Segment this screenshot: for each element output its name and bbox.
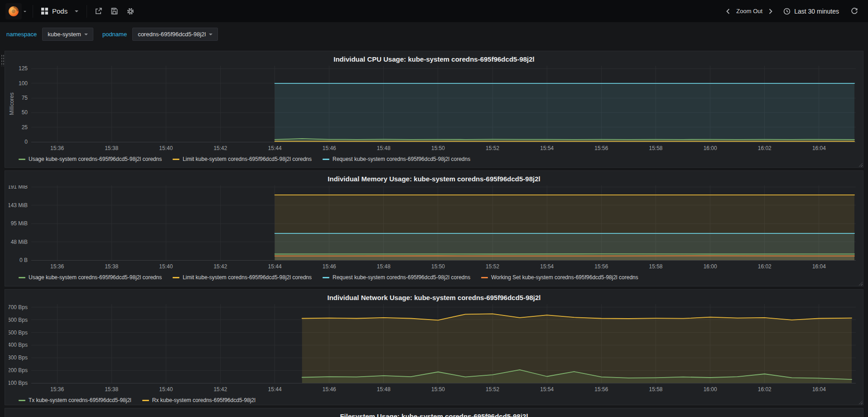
grafana-logo-icon [5, 3, 22, 19]
save-button[interactable] [106, 5, 122, 18]
panel-individual-memory-usage: Individual Memory Usage: kube-system cor… [5, 170, 863, 286]
x-tick-label: 15:54 [540, 145, 554, 151]
x-tick-label: 16:02 [758, 386, 772, 393]
network-chart-legend: Tx kube-system coredns-695f96dcd5-98j2lR… [9, 396, 859, 406]
legend-item[interactable]: Limit kube-system coredns-695f96dcd5-98j… [173, 156, 312, 162]
dashboard-body: Individual CPU Usage: kube-system coredn… [0, 44, 868, 417]
y-tick-label: 75 [22, 95, 28, 101]
legend-series-name: Tx kube-system coredns-695f96dcd5-98j2l [29, 397, 131, 403]
panel-title[interactable]: Individual Memory Usage: kube-system cor… [9, 174, 859, 185]
x-tick-label: 15:40 [159, 386, 173, 393]
x-tick-label: 16:00 [704, 263, 717, 270]
legend-item[interactable]: Working Set kube-system coredns-695f96dc… [481, 274, 638, 281]
x-tick-label: 15:52 [486, 145, 499, 151]
refresh-icon [851, 8, 858, 15]
time-shift-forward-button[interactable] [765, 6, 776, 16]
legend-item[interactable]: Request kube-system coredns-695f96dcd5-9… [323, 156, 470, 162]
series-fill [302, 314, 852, 383]
network-usage-chart[interactable]: 100 Bps200 Bps300 Bps400 Bps500 Bps600 B… [9, 304, 859, 396]
legend-item[interactable]: Limit kube-system coredns-695f96dcd5-98j… [173, 274, 312, 281]
legend-swatch-icon [19, 277, 25, 278]
legend-series-name: Working Set kube-system coredns-695f96dc… [491, 274, 638, 281]
x-tick-label: 15:40 [159, 145, 173, 151]
zoom-out-button[interactable]: Zoom Out [735, 7, 763, 15]
x-tick-label: 15:38 [105, 145, 118, 151]
legend-swatch-icon [481, 277, 488, 278]
memory-usage-chart[interactable]: 0 B48 MiB95 MiB143 MiB191 MiB15:3615:381… [9, 185, 859, 273]
legend-series-name: Limit kube-system coredns-695f96dcd5-98j… [183, 274, 312, 281]
legend-series-name: Limit kube-system coredns-695f96dcd5-98j… [183, 156, 312, 162]
legend-item[interactable]: Tx kube-system coredns-695f96dcd5-98j2l [19, 397, 131, 403]
cpu-chart-legend: Usage kube-system coredns-695f96dcd5-98j… [9, 155, 859, 165]
legend-series-name: Request kube-system coredns-695f96dcd5-9… [333, 156, 470, 162]
x-tick-label: 15:42 [213, 145, 227, 151]
y-tick-label: 400 Bps [9, 342, 28, 348]
share-button[interactable] [91, 5, 106, 18]
x-tick-label: 16:04 [812, 386, 826, 393]
series-fill [275, 256, 854, 260]
legend-item[interactable]: Rx kube-system coredns-695f96dcd5-98j2l [142, 397, 256, 403]
x-tick-label: 16:02 [758, 263, 772, 270]
chevron-down-icon [75, 10, 78, 14]
y-tick-label: 100 Bps [9, 380, 28, 386]
x-tick-label: 15:36 [50, 145, 64, 151]
legend-item[interactable]: Usage kube-system coredns-695f96dcd5-98j… [19, 156, 162, 162]
x-tick-label: 16:00 [704, 386, 717, 393]
x-tick-label: 15:36 [50, 263, 64, 270]
cpu-usage-chart[interactable]: 025507510012515:3615:3815:4015:4215:4415… [9, 66, 859, 155]
x-tick-label: 15:58 [649, 145, 662, 151]
y-axis-label: Millicores [9, 92, 15, 115]
chevron-down-icon [209, 34, 212, 37]
y-tick-label: 600 Bps [9, 317, 28, 323]
gear-icon [126, 7, 135, 15]
chevron-left-icon [725, 8, 731, 15]
legend-swatch-icon [173, 159, 179, 160]
x-tick-label: 15:44 [268, 145, 282, 151]
y-tick-label: 25 [22, 124, 28, 131]
legend-series-name: Usage kube-system coredns-695f96dcd5-98j… [29, 156, 162, 162]
legend-series-name: Usage kube-system coredns-695f96dcd5-98j… [29, 274, 162, 281]
variable-label-podname: podname [102, 31, 127, 38]
y-tick-label: 48 MiB [11, 239, 28, 245]
time-range-label: Last 30 minutes [794, 8, 839, 15]
legend-swatch-icon [19, 400, 25, 401]
x-tick-label: 15:52 [486, 386, 499, 393]
row-drag-handle[interactable] [1, 54, 4, 66]
y-tick-label: 143 MiB [9, 202, 28, 208]
dashboard-title: Pods [52, 7, 68, 15]
panel-individual-network-usage: Individual Network Usage: kube-system co… [5, 289, 863, 405]
chevron-down-icon [24, 11, 26, 14]
clock-icon [783, 8, 791, 15]
x-tick-label: 15:50 [431, 145, 445, 151]
x-tick-label: 16:04 [812, 263, 826, 270]
panel-title[interactable]: Filesystem Usage: kube-system coredns-69… [9, 411, 859, 417]
panel-title[interactable]: Individual CPU Usage: kube-system coredn… [9, 54, 859, 66]
variable-value-namespace[interactable]: kube-system [42, 28, 93, 41]
x-tick-label: 15:40 [159, 263, 173, 270]
panel-title[interactable]: Individual Network Usage: kube-system co… [9, 292, 859, 304]
x-tick-label: 15:56 [594, 145, 608, 151]
y-tick-label: 700 Bps [9, 304, 28, 310]
time-shift-back-button[interactable] [723, 6, 733, 16]
x-tick-label: 16:00 [704, 145, 717, 151]
x-tick-label: 15:36 [50, 386, 64, 393]
grafana-logo-button[interactable] [4, 1, 29, 21]
legend-swatch-icon [142, 400, 149, 401]
y-tick-label: 500 Bps [9, 330, 28, 336]
refresh-button[interactable] [846, 6, 861, 17]
variable-value-podname[interactable]: coredns-695f96dcd5-98j2l [132, 28, 218, 41]
x-tick-label: 15:52 [486, 263, 499, 270]
dashboard-picker-button[interactable]: Pods [37, 5, 83, 18]
x-tick-label: 15:44 [268, 386, 282, 393]
x-tick-label: 15:38 [105, 263, 118, 270]
legend-swatch-icon [323, 277, 329, 278]
x-tick-label: 15:46 [323, 145, 336, 151]
legend-item[interactable]: Usage kube-system coredns-695f96dcd5-98j… [19, 274, 162, 281]
time-picker-button[interactable]: Last 30 minutes [778, 6, 844, 17]
y-tick-label: 95 MiB [11, 220, 28, 227]
legend-swatch-icon [173, 277, 179, 278]
legend-item[interactable]: Request kube-system coredns-695f96dcd5-9… [323, 274, 470, 281]
legend-series-name: Request kube-system coredns-695f96dcd5-9… [333, 274, 470, 281]
share-icon [95, 7, 102, 15]
settings-button[interactable] [122, 5, 139, 18]
